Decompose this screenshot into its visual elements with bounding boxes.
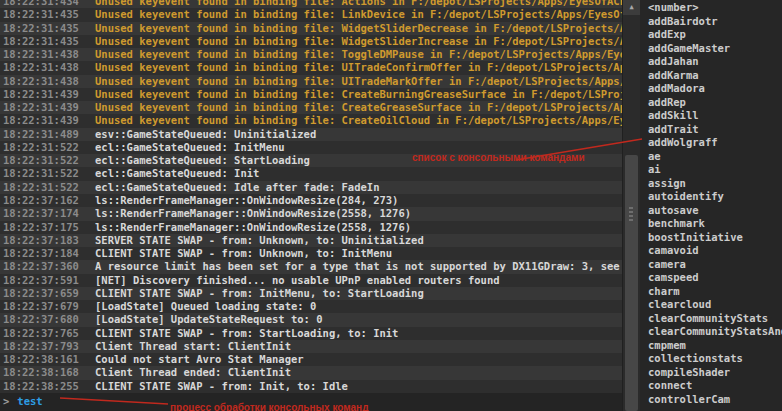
command-list-item[interactable]: addKarma (640, 69, 782, 83)
log-message: Unused keyevent found in binding file: U… (95, 75, 622, 87)
log-row: 18:22:37:793Client Thread start: ClientI… (0, 340, 622, 353)
command-list-item[interactable]: autoidentify (640, 190, 782, 204)
log-message: Client Thread ended: ClientInit (95, 366, 291, 378)
log-message: [NET] Discovery finished... no usable UP… (95, 274, 500, 286)
command-list-item[interactable]: compileShader (640, 366, 782, 380)
annotation-command-list-label: список с консольными командами (412, 152, 585, 163)
command-list-item[interactable]: clearCommunityStats (640, 312, 782, 326)
log-timestamp: 18:22:31:435 (3, 35, 85, 48)
log-message: Unused keyevent found in binding file: C… (95, 101, 622, 113)
command-list-item[interactable]: addMadora (640, 82, 782, 96)
log-message: ls::RenderFrameManager::OnWindowResize(2… (95, 194, 398, 206)
log-message: CLIENT STATE SWAP - from: Init, to: Idle (95, 380, 348, 392)
command-list-item[interactable]: connect (640, 379, 782, 393)
log-timestamp: 18:22:31:438 (3, 48, 85, 61)
console-window: 18:22:31:434Unused keyevent found in bin… (0, 0, 782, 411)
log-row: 18:22:31:434Unused keyevent found in bin… (0, 0, 622, 8)
command-list-item[interactable]: addTrait (640, 123, 782, 137)
log-message: SERVER STATE SWAP - from: Unknown, to: U… (95, 234, 424, 246)
command-list-item[interactable]: ae (640, 150, 782, 164)
log-timestamp: 18:22:31:439 (3, 101, 85, 114)
log-message: ls::RenderFrameManager::OnWindowResize(2… (95, 221, 411, 233)
command-list-item[interactable]: addBairdotr (640, 15, 782, 29)
log-scrollbar[interactable]: ▲ (622, 0, 640, 411)
log-row: 18:22:31:438Unused keyevent found in bin… (0, 48, 622, 61)
log-message: [LoadState] UpdateStateRequest to: 0 (95, 313, 323, 325)
log-row: 18:22:31:435Unused keyevent found in bin… (0, 35, 622, 48)
log-message: Unused keyevent found in binding file: C… (95, 88, 622, 100)
log-timestamp: 18:22:31:439 (3, 88, 85, 101)
scrollbar-thumb[interactable] (625, 155, 638, 411)
command-list-item[interactable]: addRep (640, 96, 782, 110)
log-message: Unused keyevent found in binding file: C… (95, 114, 622, 126)
log-row: 18:22:37:184CLIENT STATE SWAP - from: Un… (0, 247, 622, 260)
log-timestamp: 18:22:37:765 (3, 327, 85, 340)
log-timestamp: 18:22:31:434 (3, 0, 85, 8)
log-row: 18:22:31:435Unused keyevent found in bin… (0, 8, 622, 21)
log-area: 18:22:31:434Unused keyevent found in bin… (0, 0, 622, 393)
log-timestamp: 18:22:31:489 (3, 128, 85, 141)
log-timestamp: 18:22:31:522 (3, 141, 85, 154)
log-message: ls::RenderFrameManager::OnWindowResize(2… (95, 207, 411, 219)
log-row: 18:22:31:522ecl::GameStateQueued: Idle a… (0, 181, 622, 194)
log-row: 18:22:37:659CLIENT STATE SWAP - from: In… (0, 287, 622, 300)
command-list-item[interactable]: cmpmem (640, 339, 782, 353)
log-row: 18:22:31:489esv::GameStateQueued: Uninit… (0, 128, 622, 141)
command-list-item[interactable]: ai (640, 163, 782, 177)
log-message: A resource limit has been set for a type… (95, 260, 622, 272)
command-list-item[interactable]: addWolgraff (640, 136, 782, 150)
command-list-item[interactable]: addSkill (640, 109, 782, 123)
log-message: Could not start Avro Stat Manager (95, 353, 304, 365)
log-timestamp: 18:22:37:162 (3, 194, 85, 207)
command-list-item[interactable]: camspeed (640, 271, 782, 285)
log-row: 18:22:37:591[NET] Discovery finished... … (0, 274, 622, 287)
log-timestamp: 18:22:37:793 (3, 340, 85, 353)
command-list-item[interactable]: assign (640, 177, 782, 191)
log-row: 18:22:31:438Unused keyevent found in bin… (0, 61, 622, 74)
log-message: CLIENT STATE SWAP - from: Unknown, to: I… (95, 247, 392, 259)
log-row: 18:22:31:439Unused keyevent found in bin… (0, 101, 622, 114)
command-list-item[interactable]: <number> (640, 1, 782, 15)
command-list: <number>addBairdotraddExpaddGameMasterad… (640, 1, 782, 406)
log-row: 18:22:37:174ls::RenderFrameManager::OnWi… (0, 207, 622, 220)
log-row: 18:22:38:161Could not start Avro Stat Ma… (0, 353, 622, 366)
command-pane: <number>addBairdotraddExpaddGameMasterad… (640, 0, 782, 411)
log-row: 18:22:37:183SERVER STATE SWAP - from: Un… (0, 234, 622, 247)
log-timestamp: 18:22:38:255 (3, 380, 85, 393)
log-message: ecl::GameStateQueued: StartLoading (95, 154, 310, 166)
command-list-item[interactable]: charm (640, 285, 782, 299)
command-list-item[interactable]: boostInitiative (640, 231, 782, 245)
log-message: Unused keyevent found in binding file: U… (95, 61, 622, 73)
command-list-item[interactable]: camera (640, 258, 782, 272)
command-list-item[interactable]: controllerCam (640, 393, 782, 407)
log-message: Client Thread start: ClientInit (95, 340, 291, 352)
log-timestamp: 18:22:31:435 (3, 22, 85, 35)
log-message: [LoadState] Queued loading state: 0 (95, 300, 316, 312)
log-row: 18:22:37:175ls::RenderFrameManager::OnWi… (0, 221, 622, 234)
log-message: CLIENT STATE SWAP - from: InitMenu, to: … (95, 287, 424, 299)
log-message: esv::GameStateQueued: Uninitialized (95, 128, 316, 140)
log-timestamp: 18:22:31:438 (3, 61, 85, 74)
log-message: ecl::GameStateQueued: Init (95, 167, 259, 179)
log-row: 18:22:31:439Unused keyevent found in bin… (0, 88, 622, 101)
log-row: 18:22:31:522ecl::GameStateQueued: Init (0, 167, 622, 180)
log-message: ecl::GameStateQueued: InitMenu (95, 141, 285, 153)
scroll-up-icon[interactable]: ▲ (623, 0, 640, 15)
log-timestamp: 18:22:37:591 (3, 274, 85, 287)
command-list-item[interactable]: clearCommunityStatsAnd (640, 325, 782, 339)
log-message: Unused keyevent found in binding file: A… (95, 0, 622, 7)
log-timestamp: 18:22:31:522 (3, 154, 85, 167)
command-list-item[interactable]: benchmark (640, 217, 782, 231)
command-list-item[interactable]: camavoid (640, 244, 782, 258)
log-row: 18:22:31:439Unused keyevent found in bin… (0, 114, 622, 127)
log-timestamp: 18:22:37:174 (3, 207, 85, 220)
command-list-item[interactable]: addGameMaster (640, 42, 782, 56)
console-input[interactable]: test (17, 395, 42, 407)
command-list-item[interactable]: autosave (640, 204, 782, 218)
log-row: 18:22:38:255CLIENT STATE SWAP - from: In… (0, 380, 622, 393)
log-row: 18:22:37:765CLIENT STATE SWAP - from: St… (0, 327, 622, 340)
command-list-item[interactable]: addJahan (640, 55, 782, 69)
command-list-item[interactable]: addExp (640, 28, 782, 42)
command-list-item[interactable]: clearcloud (640, 298, 782, 312)
command-list-item[interactable]: collectionstats (640, 352, 782, 366)
